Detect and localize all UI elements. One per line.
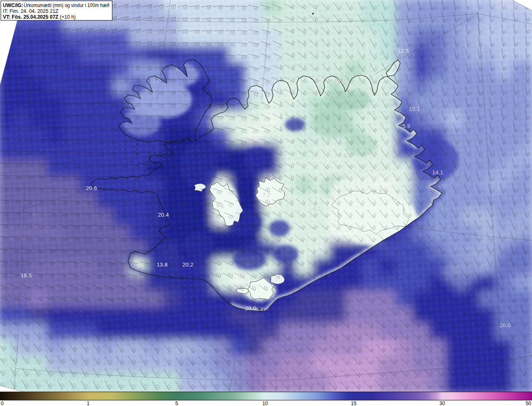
svg-text:13.8: 13.8 [157,262,167,268]
svg-text:50: 50 [526,401,532,406]
svg-text:Úrkomumætti (mm) og vindur i 1: Úrkomumætti (mm) og vindur i 100m hæð [24,2,109,8]
svg-text:11.0: 11.0 [150,78,160,84]
svg-text:0: 0 [1,401,4,406]
svg-text:1: 1 [87,401,90,406]
svg-text:20.0: 20.0 [245,305,256,311]
svg-text:5.1: 5.1 [344,153,352,159]
svg-text:UWC/IG:: UWC/IG: [3,2,23,8]
svg-text:6.9: 6.9 [379,187,387,193]
svg-text:20.2: 20.2 [182,262,193,268]
svg-text:20.6: 20.6 [86,185,97,191]
svg-text:8.2: 8.2 [316,20,324,26]
svg-text:13.1: 13.1 [409,106,420,112]
svg-text:20.0: 20.0 [500,322,510,328]
svg-text:30: 30 [439,401,445,406]
svg-text:14.0: 14.0 [318,159,329,165]
svg-text:5: 5 [175,401,178,406]
svg-text:18.5: 18.5 [21,272,32,279]
svg-text:5.8: 5.8 [403,123,411,129]
svg-text:VT: Fös. 25.04.2025 07Z (+10 h: VT: Fös. 25.04.2025 07Z (+10 h) [3,14,76,20]
svg-text:12.8: 12.8 [334,78,345,85]
svg-text:7.6: 7.6 [217,203,224,210]
svg-text:IT: Fim. 24. 04. 2025 21Z: IT: Fim. 24. 04. 2025 21Z [3,8,58,14]
svg-text:12.5: 12.5 [398,48,409,54]
svg-text:15: 15 [351,401,357,406]
svg-text:14.1: 14.1 [432,169,443,176]
svg-text:6.7: 6.7 [313,205,321,212]
svg-text:6.5: 6.5 [367,110,375,116]
svg-text:7.2: 7.2 [263,192,271,198]
svg-text:10: 10 [262,401,268,406]
svg-text:20.4: 20.4 [158,212,169,218]
